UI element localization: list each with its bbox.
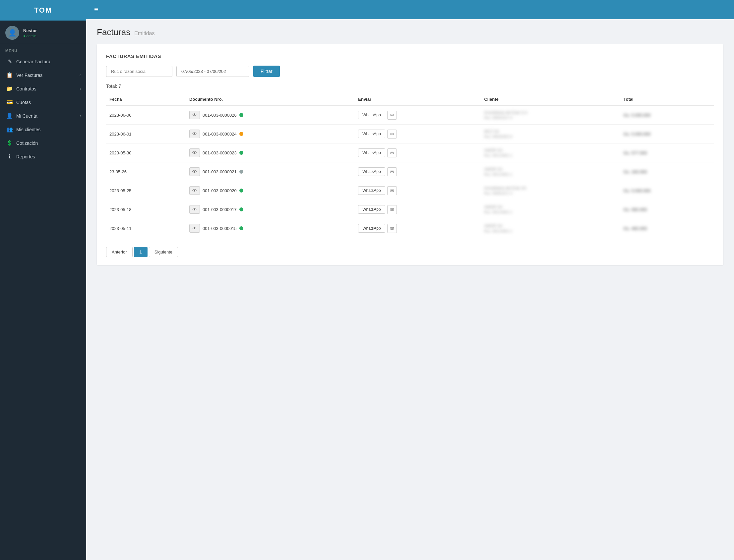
filter-button[interactable]: Filtrar xyxy=(253,66,280,77)
email-button[interactable]: ✉ xyxy=(387,224,397,233)
doc-number: 001-003-0000020 xyxy=(202,188,237,193)
whatsapp-button[interactable]: WhatsApp xyxy=(358,111,385,119)
cell-enviar: WhatsApp ✉ xyxy=(355,181,481,200)
sidebar-item-contratos[interactable]: 📁 Contratos ‹ xyxy=(0,82,86,95)
email-button[interactable]: ✉ xyxy=(387,148,397,157)
email-button[interactable]: ✉ xyxy=(387,167,397,176)
cell-total: Gs. 5.000.000 xyxy=(620,105,714,125)
client-name: Inmobiliaria del Este SA xyxy=(484,186,617,191)
view-invoice-button[interactable]: 👁 xyxy=(189,148,200,157)
edit-icon: ✎ xyxy=(6,58,13,65)
table-header-row: Fecha Documento Nro. Enviar Cliente Tota… xyxy=(106,94,714,105)
cell-total: Gs. 5.000.000 xyxy=(620,181,714,200)
sidebar-item-label: Mis clientes xyxy=(16,127,40,132)
client-name: AMOR SA xyxy=(484,224,617,228)
view-invoice-button[interactable]: 👁 xyxy=(189,130,200,138)
table-row: 2023-06-01 👁 001-003-0000024 WhatsApp ✉ … xyxy=(106,125,714,143)
avatar: 👤 xyxy=(5,26,19,40)
cell-doc: 👁 001-003-0000015 xyxy=(186,219,355,238)
view-invoice-button[interactable]: 👁 xyxy=(189,167,200,176)
doc-number: 001-003-0000015 xyxy=(202,226,237,231)
table-row: 23-05-26 👁 001-003-0000021 WhatsApp ✉ AM… xyxy=(106,162,714,181)
cell-client: AMOR SA Ruc: 80114001-1 xyxy=(481,162,620,181)
cell-fecha: 2023-05-25 xyxy=(106,181,186,200)
filters-row: Filtrar xyxy=(106,66,714,77)
total-label: Total: 7 xyxy=(106,84,714,89)
user-info: Nestor ● admin xyxy=(23,28,37,38)
content-area: Facturas Emitidas FACTURAS EMITIDAS Filt… xyxy=(86,19,734,560)
cell-fecha: 23-05-26 xyxy=(106,162,186,181)
sidebar-item-reportes[interactable]: ℹ Reportes xyxy=(0,150,86,163)
client-name: AMOR SA xyxy=(484,148,617,153)
sidebar-item-ver-facturas[interactable]: 📋 Ver Facturas ‹ xyxy=(0,68,86,82)
sidebar-item-label: Generar Factura xyxy=(16,59,50,64)
sidebar-item-generar-factura[interactable]: ✎ Generar Factura xyxy=(0,55,86,68)
date-range-input[interactable] xyxy=(176,66,249,77)
table-row: 2023-05-11 👁 001-003-0000015 WhatsApp ✉ … xyxy=(106,219,714,238)
status-dot xyxy=(239,226,243,230)
user-role: ● admin xyxy=(23,34,37,38)
col-total: Total xyxy=(620,94,714,105)
whatsapp-button[interactable]: WhatsApp xyxy=(358,224,385,233)
page-title: Facturas xyxy=(97,27,130,37)
folder-icon: 📁 xyxy=(6,85,13,92)
dollar-icon: 💲 xyxy=(6,140,13,146)
next-page-button[interactable]: Siguiente xyxy=(149,247,178,257)
cell-enviar: WhatsApp ✉ xyxy=(355,219,481,238)
pagination: Anterior 1 Siguiente xyxy=(106,247,714,257)
client-ruc: Ruc: 80114001-1 xyxy=(484,172,617,176)
col-enviar: Enviar xyxy=(355,94,481,105)
sidebar-item-label: Cuotas xyxy=(16,100,31,105)
hamburger-icon[interactable]: ≡ xyxy=(94,5,98,14)
cell-fecha: 2023-05-30 xyxy=(106,143,186,162)
topbar: ≡ xyxy=(86,0,734,19)
sidebar-item-cuotas[interactable]: 💳 Cuotas xyxy=(0,95,86,109)
cell-enviar: WhatsApp ✉ xyxy=(355,143,481,162)
cell-fecha: 2023-05-18 xyxy=(106,200,186,219)
email-button[interactable]: ✉ xyxy=(387,111,397,120)
sidebar-item-label: Cotización xyxy=(16,140,38,146)
cell-fecha: 2023-06-06 xyxy=(106,105,186,125)
ruc-search-input[interactable] xyxy=(106,66,172,77)
client-ruc: Ruc: 80001017-4 xyxy=(484,116,617,120)
client-name: MCZ SA xyxy=(484,129,617,134)
sidebar-item-mi-cuenta[interactable]: 👤 Mi Cuenta ‹ xyxy=(0,109,86,123)
sidebar-item-mis-clientes[interactable]: 👥 Mis clientes xyxy=(0,123,86,136)
page-header: Facturas Emitidas xyxy=(97,27,723,37)
view-invoice-button[interactable]: 👁 xyxy=(189,205,200,214)
info-icon: ℹ xyxy=(6,153,13,160)
table-row: 2023-05-25 👁 001-003-0000020 WhatsApp ✉ … xyxy=(106,181,714,200)
email-button[interactable]: ✉ xyxy=(387,130,397,139)
col-cliente: Cliente xyxy=(481,94,620,105)
card-icon: 💳 xyxy=(6,99,13,105)
table-row: 2023-05-30 👁 001-003-0000023 WhatsApp ✉ … xyxy=(106,143,714,162)
sidebar-item-label: Mi Cuenta xyxy=(16,113,37,119)
cell-total: Gs. 460.000 xyxy=(620,219,714,238)
sidebar-item-label: Contratos xyxy=(16,86,36,91)
cell-client: Inmobiliaria del Este S.A Ruc: 80001017-… xyxy=(481,105,620,125)
doc-number: 001-003-0000023 xyxy=(202,150,237,155)
email-button[interactable]: ✉ xyxy=(387,186,397,195)
view-invoice-button[interactable]: 👁 xyxy=(189,224,200,233)
view-invoice-button[interactable]: 👁 xyxy=(189,111,200,119)
cell-client: AMOR SA Ruc: 80114001-1 xyxy=(481,200,620,219)
whatsapp-button[interactable]: WhatsApp xyxy=(358,186,385,195)
client-name: Inmobiliaria del Este S.A xyxy=(484,110,617,115)
chevron-icon: ‹ xyxy=(80,73,81,78)
client-ruc: Ruc: 80114001-1 xyxy=(484,153,617,157)
page-1-button[interactable]: 1 xyxy=(134,247,147,257)
view-invoice-button[interactable]: 👁 xyxy=(189,186,200,195)
whatsapp-button[interactable]: WhatsApp xyxy=(358,167,385,176)
client-ruc: Ruc: 80002002-8 xyxy=(484,135,617,139)
whatsapp-button[interactable]: WhatsApp xyxy=(358,148,385,157)
email-button[interactable]: ✉ xyxy=(387,205,397,214)
sidebar-item-cotizacion[interactable]: 💲 Cotización xyxy=(0,136,86,150)
whatsapp-button[interactable]: WhatsApp xyxy=(358,130,385,138)
whatsapp-button[interactable]: WhatsApp xyxy=(358,205,385,214)
doc-number: 001-003-0000017 xyxy=(202,207,237,212)
prev-page-button[interactable]: Anterior xyxy=(106,247,133,257)
total-amount: Gs. 460.000 xyxy=(624,226,647,231)
chevron-icon: ‹ xyxy=(80,86,81,91)
col-doc: Documento Nro. xyxy=(186,94,355,105)
status-dot xyxy=(239,151,243,155)
